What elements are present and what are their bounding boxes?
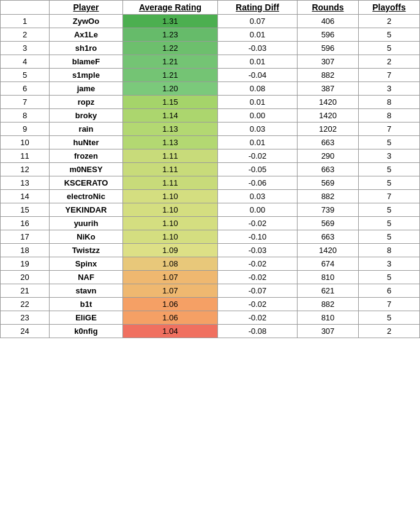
rating-diff-cell: 0.01 (218, 28, 298, 42)
table-row: 23EliGE1.06-0.028105 (1, 311, 420, 325)
rank-cell: 15 (1, 203, 50, 217)
rank-cell: 19 (1, 257, 50, 271)
rounds-cell: 307 (298, 325, 359, 338)
header-playoffs: Playoffs (359, 1, 420, 15)
avg-rating-cell: 1.15 (123, 96, 218, 109)
avg-rating-cell: 1.11 (123, 163, 218, 176)
rank-cell: 3 (1, 42, 50, 55)
rating-diff-cell: -0.05 (218, 163, 298, 176)
player-name-cell: sh1ro (50, 42, 123, 55)
playoffs-cell: 7 (359, 190, 420, 203)
rating-diff-cell: -0.04 (218, 69, 298, 82)
rank-cell: 16 (1, 217, 50, 230)
table-row: 10huNter1.130.016635 (1, 136, 420, 149)
rank-cell: 18 (1, 244, 50, 257)
avg-rating-cell: 1.23 (123, 28, 218, 42)
avg-rating-cell: 1.10 (123, 190, 218, 203)
rank-cell: 4 (1, 55, 50, 69)
player-name-cell: ZywOo (50, 15, 123, 28)
avg-rating-cell: 1.10 (123, 217, 218, 230)
header-rank (1, 1, 50, 15)
rounds-cell: 810 (298, 271, 359, 284)
rating-diff-cell: -0.02 (218, 257, 298, 271)
player-name-cell: huNter (50, 136, 123, 149)
rank-cell: 10 (1, 136, 50, 149)
rating-diff-cell: -0.03 (218, 244, 298, 257)
rating-diff-cell: 0.01 (218, 96, 298, 109)
table-row: 20NAF1.07-0.028105 (1, 271, 420, 284)
rating-diff-cell: -0.02 (218, 149, 298, 163)
table-row: 9rain1.130.0312027 (1, 123, 420, 136)
playoffs-cell: 7 (359, 69, 420, 82)
header-player: Player (50, 1, 123, 15)
rating-diff-cell: 0.03 (218, 123, 298, 136)
rank-cell: 24 (1, 325, 50, 338)
rating-diff-cell: -0.02 (218, 311, 298, 325)
avg-rating-cell: 1.11 (123, 176, 218, 190)
player-name-cell: broky (50, 109, 123, 123)
rank-cell: 7 (1, 96, 50, 109)
header-avg-rating: Average Rating (123, 1, 218, 15)
rating-diff-cell: 0.08 (218, 82, 298, 96)
playoffs-cell: 5 (359, 203, 420, 217)
rank-cell: 9 (1, 123, 50, 136)
avg-rating-cell: 1.10 (123, 203, 218, 217)
player-name-cell: electroNic (50, 190, 123, 203)
rounds-cell: 882 (298, 298, 359, 311)
rounds-cell: 882 (298, 69, 359, 82)
rounds-cell: 663 (298, 136, 359, 149)
playoffs-cell: 8 (359, 96, 420, 109)
rank-cell: 11 (1, 149, 50, 163)
playoffs-cell: 5 (359, 42, 420, 55)
rounds-cell: 621 (298, 284, 359, 298)
avg-rating-cell: 1.04 (123, 325, 218, 338)
rank-cell: 12 (1, 163, 50, 176)
player-name-cell: k0nfig (50, 325, 123, 338)
player-name-cell: blameF (50, 55, 123, 69)
table-row: 16yuurih1.10-0.025695 (1, 217, 420, 230)
table-row: 3sh1ro1.22-0.035965 (1, 42, 420, 55)
rating-diff-cell: 0.00 (218, 203, 298, 217)
rating-diff-cell: -0.08 (218, 325, 298, 338)
playoffs-cell: 3 (359, 257, 420, 271)
playoffs-cell: 6 (359, 284, 420, 298)
player-name-cell: Spinx (50, 257, 123, 271)
rank-cell: 21 (1, 284, 50, 298)
rounds-cell: 569 (298, 176, 359, 190)
avg-rating-cell: 1.11 (123, 149, 218, 163)
player-name-cell: NiKo (50, 230, 123, 244)
player-name-cell: jame (50, 82, 123, 96)
rounds-cell: 663 (298, 163, 359, 176)
rating-diff-cell: -0.02 (218, 298, 298, 311)
rating-diff-cell: -0.02 (218, 271, 298, 284)
playoffs-cell: 5 (359, 230, 420, 244)
playoffs-cell: 5 (359, 217, 420, 230)
table-row: 12m0NESY1.11-0.056635 (1, 163, 420, 176)
avg-rating-cell: 1.07 (123, 284, 218, 298)
playoffs-cell: 2 (359, 55, 420, 69)
avg-rating-cell: 1.08 (123, 257, 218, 271)
rounds-cell: 290 (298, 149, 359, 163)
playoffs-cell: 5 (359, 176, 420, 190)
avg-rating-cell: 1.10 (123, 230, 218, 244)
playoffs-cell: 2 (359, 325, 420, 338)
player-name-cell: stavn (50, 284, 123, 298)
table-row: 18Twistzz1.09-0.0314208 (1, 244, 420, 257)
rounds-cell: 663 (298, 230, 359, 244)
player-name-cell: ropz (50, 96, 123, 109)
table-row: 11frozen1.11-0.022903 (1, 149, 420, 163)
playoffs-cell: 5 (359, 28, 420, 42)
avg-rating-cell: 1.06 (123, 298, 218, 311)
avg-rating-cell: 1.13 (123, 123, 218, 136)
table-row: 2Ax1Le1.230.015965 (1, 28, 420, 42)
rank-cell: 22 (1, 298, 50, 311)
rating-diff-cell: 0.01 (218, 55, 298, 69)
rank-cell: 23 (1, 311, 50, 325)
rounds-cell: 739 (298, 203, 359, 217)
header-rounds: Rounds (298, 1, 359, 15)
playoffs-cell: 2 (359, 15, 420, 28)
avg-rating-cell: 1.07 (123, 271, 218, 284)
avg-rating-cell: 1.21 (123, 55, 218, 69)
rating-diff-cell: 0.03 (218, 190, 298, 203)
player-name-cell: s1mple (50, 69, 123, 82)
